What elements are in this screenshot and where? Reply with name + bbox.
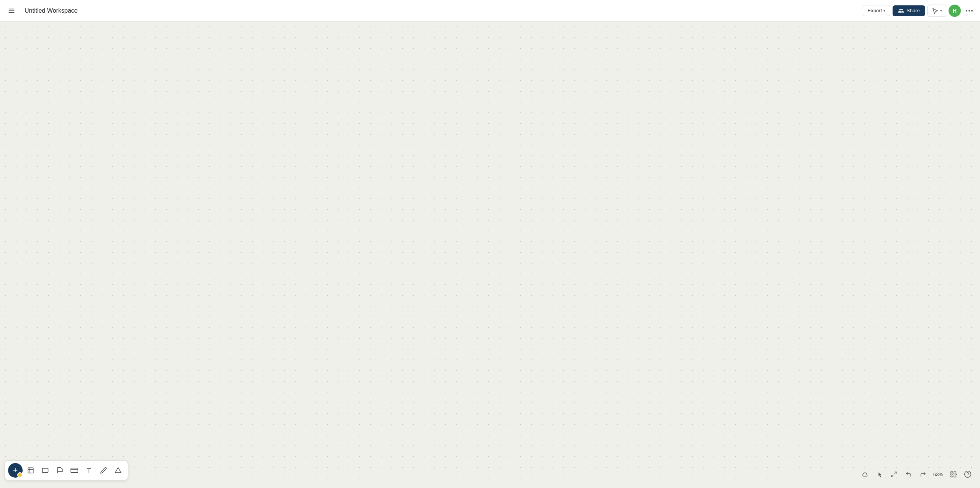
menu-button[interactable] <box>5 4 18 18</box>
help-icon <box>964 470 972 478</box>
svg-rect-19 <box>950 474 952 475</box>
card-tool-button[interactable] <box>68 464 81 477</box>
export-button[interactable]: Export ▾ <box>863 5 891 16</box>
svg-marker-14 <box>115 468 121 473</box>
grid-icon <box>950 471 957 478</box>
sticky-tool-button[interactable] <box>53 464 66 477</box>
undo-button[interactable] <box>903 468 915 480</box>
svg-rect-10 <box>71 468 78 472</box>
header-actions: Export ▾ Share ▾ H <box>863 5 975 17</box>
export-chevron-icon: ▾ <box>883 8 885 13</box>
undo-icon <box>905 471 912 478</box>
add-button[interactable]: + <box>8 463 23 478</box>
frame-tool-icon <box>27 467 34 474</box>
fit-view-button[interactable] <box>888 468 900 480</box>
cursor-tool-button[interactable] <box>873 468 886 480</box>
svg-rect-9 <box>43 468 48 473</box>
hamburger-icon <box>8 7 15 14</box>
pen-tool-button[interactable] <box>97 464 110 477</box>
text-tool-icon <box>86 467 92 474</box>
card-tool-icon <box>71 468 78 473</box>
text-tool-button[interactable] <box>82 464 95 477</box>
sticky-tool-icon <box>56 467 63 474</box>
workspace-title[interactable]: Untitled Workspace <box>21 6 90 16</box>
shape-tool-button[interactable] <box>112 464 125 477</box>
svg-point-3 <box>966 10 967 12</box>
redo-button[interactable] <box>917 468 929 480</box>
share-people-icon <box>898 8 904 14</box>
rectangle-tool-icon <box>42 468 49 473</box>
share-button[interactable]: Share <box>893 5 925 16</box>
bottom-right-controls: 63% <box>859 468 974 480</box>
svg-point-24 <box>965 471 971 478</box>
more-dots-icon <box>966 10 973 12</box>
add-icon: + <box>13 465 18 475</box>
expand-icon <box>891 471 897 478</box>
redo-icon <box>920 471 926 478</box>
svg-line-15 <box>894 472 896 474</box>
collaborate-chevron-icon: ▾ <box>940 8 942 13</box>
more-options-button[interactable] <box>963 5 975 17</box>
help-button[interactable] <box>962 468 974 480</box>
svg-rect-20 <box>953 474 954 475</box>
frame-tool-button[interactable] <box>24 464 37 477</box>
collaborate-button[interactable]: ▾ <box>927 5 946 17</box>
svg-line-16 <box>892 475 894 476</box>
avatar[interactable]: H <box>949 5 961 17</box>
canvas-area[interactable] <box>0 21 980 488</box>
top-header: Untitled Workspace Export ▾ Share ▾ H <box>0 0 980 21</box>
cloud-icon <box>862 472 868 477</box>
svg-point-5 <box>971 10 973 12</box>
pen-tool-icon <box>100 467 107 474</box>
cursor-icon <box>877 471 882 478</box>
svg-rect-17 <box>950 472 953 473</box>
export-label: Export <box>868 8 882 13</box>
bottom-toolbar: + <box>5 460 128 480</box>
shape-tool-icon <box>115 467 122 474</box>
header-left: Untitled Workspace <box>5 4 90 18</box>
rectangle-tool-button[interactable] <box>39 464 52 477</box>
collaborate-icon <box>932 7 939 14</box>
share-label: Share <box>906 8 920 13</box>
svg-point-4 <box>968 10 970 12</box>
svg-rect-18 <box>954 472 956 473</box>
svg-rect-21 <box>955 474 956 475</box>
cloud-save-button[interactable] <box>859 468 871 480</box>
svg-rect-6 <box>28 468 33 473</box>
svg-rect-22 <box>950 476 953 477</box>
zoom-level[interactable]: 63% <box>932 472 945 477</box>
keyboard-shortcuts-button[interactable] <box>947 468 959 480</box>
svg-rect-23 <box>954 476 956 477</box>
